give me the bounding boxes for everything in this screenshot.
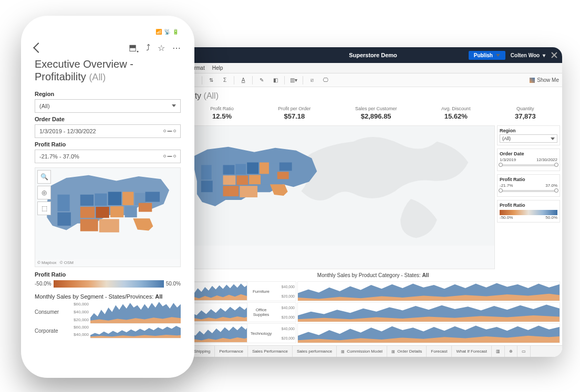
share-icon[interactable]: ⤴ [146,43,150,52]
svg-rect-11 [240,186,257,197]
close-icon[interactable] [551,51,558,59]
legend-gradient [500,210,557,215]
kpi-label: Profit per Order [278,106,310,111]
toolbar-sep [252,76,253,84]
legend-gradient [54,280,164,288]
spark-tech-left [187,324,247,343]
toolbar-btn-4[interactable]: ✎ [256,75,267,86]
segment-name: Corporate [35,328,68,334]
spark-office-left [187,303,247,322]
region-select[interactable]: (All) [500,134,557,143]
more-icon[interactable]: ⋯ [172,43,181,53]
toolbar-btn-6[interactable]: ▥▾ [288,75,299,86]
ph-profitratio-range[interactable]: -21.7% - 37.0% [35,150,181,163]
tab-sales-performance-2[interactable]: Sales performance [293,346,337,357]
ph-orderdate-range[interactable]: 1/3/2019 - 12/30/2022 [35,124,181,138]
kpi-row: Profit Ratio 12.5% Profit per Order $57.… [184,105,562,125]
map-svg [187,126,494,246]
chart-row-left-office: Office Supplies $40,000 $20,000 [186,302,296,322]
segment-title: Monthly Sales by Segment - States/Provin… [26,293,189,300]
toolbar-btn-3[interactable]: Σ [219,75,231,86]
kpi-label: Avg. Discount [441,106,470,111]
slider-knob-start[interactable] [499,163,503,167]
tab-forecast[interactable]: Forecast [427,346,452,357]
tab-what-if[interactable]: What If Forecast [452,346,492,357]
user-menu[interactable]: Colten Woo ▾ [511,52,545,58]
toolbar-sep [284,76,285,84]
chevron-down-icon [551,137,555,140]
map-chart[interactable] [186,125,495,269]
show-me-button[interactable]: Show Me [530,77,559,83]
filter-order-date: Order Date 1/3/2019 12/30/2022 [497,149,560,171]
tab-new-sheet[interactable]: ▥ [492,346,505,357]
profitratio-slider[interactable] [500,190,557,192]
slider-knob-end[interactable] [554,163,558,167]
toolbar-btn-5[interactable]: ◧ [270,75,281,86]
svg-rect-29 [80,194,94,205]
phone-map-svg [35,168,180,260]
select-box-icon[interactable]: ⬚ [37,202,51,215]
menu-help[interactable]: Help [212,65,223,71]
kpi-quantity: Quantity 37,873 [515,106,536,120]
locate-icon[interactable]: ◎ [37,186,51,199]
zoom-search-icon[interactable]: 🔍 [37,170,51,184]
svg-rect-13 [201,181,213,192]
svg-rect-35 [96,207,109,218]
tab-sales-performance-1[interactable]: Sales Performance [248,346,293,357]
phone-map[interactable]: 🔍 ◎ ⬚ [35,167,181,267]
segment-title-scope: All [155,293,162,300]
map-tools: 🔍 ◎ ⬚ [37,170,51,215]
spark-tech-right [297,323,560,343]
slider-knob-start[interactable] [499,188,503,193]
tab-new-dashboard[interactable]: ⊕ [505,346,517,357]
toolbar-underline[interactable]: A [237,75,249,86]
tab-label: Forecast [431,349,447,354]
desktop-window: Superstore Demo Publish Colten Woo ▾ For… [184,47,562,357]
svg-rect-12 [201,165,212,179]
spark-furniture-right [297,281,560,301]
ph-region-select[interactable]: (All) [35,99,181,113]
ylabel: $20,000 [275,336,295,340]
ylabel: $40,000 [275,306,295,310]
tab-performance[interactable]: Performance [215,346,248,357]
segment-row-corporate: Corporate $60,000 $40,000 [35,324,181,338]
sheet-tabs: ⊞Shipping Performance Sales Performance … [184,345,562,357]
svg-rect-7 [236,175,248,185]
ph-region-value: (All) [39,103,50,109]
tab-order-details[interactable]: ⊞Order Details [387,346,427,357]
filter-panel: Region (All) Order Date 1/3/2019 12/30/2… [497,125,560,269]
star-icon[interactable]: ☆ [158,43,165,53]
toolbar-btn-7[interactable]: ⎚ [306,75,318,86]
ylabel: $20,000 [275,294,295,298]
svg-rect-10 [223,186,239,196]
orderdate-slider[interactable] [500,164,557,166]
ph-profitratio-value: -21.7% - 37.0% [39,153,79,160]
kpi-value: 37,873 [515,112,536,120]
slider-knob-end[interactable] [554,188,558,193]
new-story-icon: ▭ [522,349,526,354]
kpi-value: $2,896.85 [355,112,397,120]
svg-rect-32 [122,192,133,205]
svg-rect-34 [80,207,95,218]
tab-new-story[interactable]: ▭ [517,346,531,357]
row-label-office: Office Supplies [247,303,275,322]
tab-commission[interactable]: ⊞Commission Model [337,346,387,357]
publish-button[interactable]: Publish [469,51,505,60]
title-line1: Executive Overview - [35,58,133,70]
toolbar-btn-8[interactable]: 🖵 [320,75,332,86]
filter-label: Profit Ratio [500,177,557,182]
svg-rect-43 [146,192,160,202]
ylabel: $40,000 [275,327,295,331]
region-value: (All) [502,136,511,141]
svg-rect-31 [108,192,121,205]
legend-profit-ratio: Profit Ratio -50.0% 50.0% [497,200,560,223]
legend-min: -50.0% [35,281,51,287]
user-name: Colten Woo [511,52,540,58]
filter-label: Region [500,128,557,133]
ylabel: $40,000 [68,332,89,337]
back-icon[interactable] [33,43,44,53]
toolbar-btn-2[interactable]: ⇅ [205,75,217,86]
svg-rect-38 [80,219,98,231]
spark-furniture-left [187,282,247,301]
download-offline-icon[interactable]: ⬒● [129,43,139,53]
